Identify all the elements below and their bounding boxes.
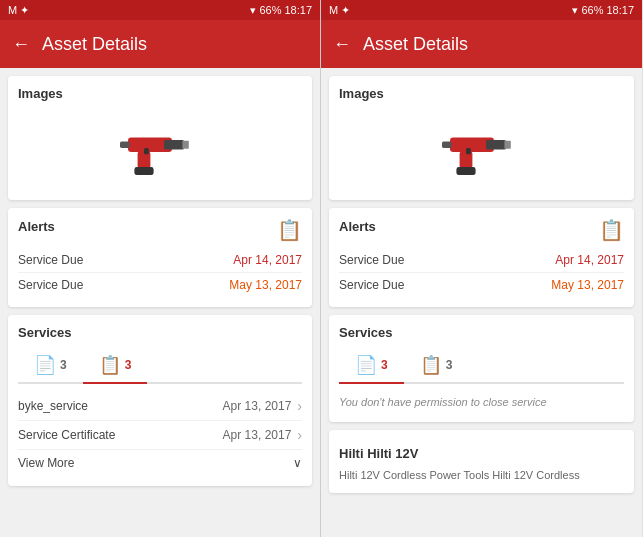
status-right-right: ▾ 66% 18:17 xyxy=(572,4,634,17)
alerts-card-right: Alerts 📋 Service Due Apr 14, 2017 Servic… xyxy=(329,208,634,307)
alert-row-2-left: Service Due May 13, 2017 xyxy=(18,273,302,297)
images-section-right xyxy=(339,109,624,190)
hilti-subtitle-right: Hilti 12V Cordless Power Tools Hilti 12V… xyxy=(339,467,624,483)
content-right: Images Alerts 📋 Service Due xyxy=(321,68,642,537)
tab-open-badge-right: 3 xyxy=(381,358,388,372)
status-left: M ✦ xyxy=(8,4,29,17)
battery-text: 66% xyxy=(259,4,281,16)
view-more-left[interactable]: View More ∨ xyxy=(18,450,302,476)
view-more-label-left: View More xyxy=(18,456,74,470)
svg-rect-6 xyxy=(120,142,130,148)
app-bar-right: ← Asset Details xyxy=(321,20,642,68)
status-bar-right: M ✦ ▾ 66% 18:17 xyxy=(321,0,642,20)
bluetooth-icon: ✦ xyxy=(20,4,29,17)
alerts-title-right: Alerts xyxy=(339,219,376,234)
alert-date-2-left: May 13, 2017 xyxy=(229,278,302,292)
svg-rect-8 xyxy=(486,140,506,150)
images-title-left: Images xyxy=(18,86,302,101)
tab-closed-badge-right: 3 xyxy=(446,358,453,372)
alert-row-1-left: Service Due Apr 14, 2017 xyxy=(18,248,302,273)
tab-closed-icon-right: 📋 xyxy=(420,354,442,376)
bluetooth-icon-right: ✦ xyxy=(341,4,350,17)
wifi-icon-right: ▾ xyxy=(572,4,578,17)
tab-closed-right[interactable]: 📋 3 xyxy=(404,348,469,382)
svg-rect-1 xyxy=(164,140,184,150)
wifi-icon: ▾ xyxy=(250,4,256,17)
services-card-left: Services 📄 3 📋 3 byke_service Apr 13, 20… xyxy=(8,315,312,486)
services-title-left: Services xyxy=(18,325,302,340)
alert-date-1-left: Apr 14, 2017 xyxy=(233,253,302,267)
service-date-1-left: Apr 13, 2017 xyxy=(223,399,292,413)
service-label-1-left: byke_service xyxy=(18,399,88,413)
svg-rect-11 xyxy=(456,167,475,175)
time-text: 18:17 xyxy=(284,4,312,16)
alert-label-1-right: Service Due xyxy=(339,253,404,267)
alerts-card-left: Alerts 📋 Service Due Apr 14, 2017 Servic… xyxy=(8,208,312,307)
tab-open-icon-right: 📄 xyxy=(355,354,377,376)
hilti-card-right: Hilti Hilti 12V Hilti 12V Cordless Power… xyxy=(329,430,634,493)
alert-row-2-right: Service Due May 13, 2017 xyxy=(339,273,624,297)
drill-image-left xyxy=(120,117,200,182)
services-card-right: Services 📄 3 📋 3 You don't have permissi… xyxy=(329,315,634,422)
alert-date-1-right: Apr 14, 2017 xyxy=(555,253,624,267)
service-row-1-left[interactable]: byke_service Apr 13, 2017 › xyxy=(18,392,302,421)
tab-open-badge-left: 3 xyxy=(60,358,67,372)
service-row-2-left[interactable]: Service Certificate Apr 13, 2017 › xyxy=(18,421,302,450)
back-button-left[interactable]: ← xyxy=(12,34,30,55)
svg-rect-5 xyxy=(144,148,149,154)
status-bar-left: M ✦ ▾ 66% 18:17 xyxy=(0,0,320,20)
alerts-icon-right: 📋 xyxy=(599,218,624,242)
images-card-right: Images xyxy=(329,76,634,200)
tab-open-left[interactable]: 📄 3 xyxy=(18,348,83,382)
left-panel: M ✦ ▾ 66% 18:17 ← Asset Details Images xyxy=(0,0,321,537)
status-left-right: M ✦ xyxy=(329,4,350,17)
drill-image-right xyxy=(442,117,522,182)
svg-rect-9 xyxy=(504,141,510,149)
images-section-left xyxy=(18,109,302,190)
svg-rect-10 xyxy=(459,151,472,169)
svg-rect-13 xyxy=(442,142,452,148)
app-bar-left: ← Asset Details xyxy=(0,20,320,68)
tab-closed-left[interactable]: 📋 3 xyxy=(83,348,148,382)
tab-closed-icon-left: 📋 xyxy=(99,354,121,376)
time-text-right: 18:17 xyxy=(606,4,634,16)
chevron-right-2-left: › xyxy=(297,427,302,443)
app-title-left: Asset Details xyxy=(42,34,147,55)
alert-label-2-right: Service Due xyxy=(339,278,404,292)
tab-closed-badge-left: 3 xyxy=(125,358,132,372)
tab-open-icon-left: 📄 xyxy=(34,354,56,376)
service-label-2-left: Service Certificate xyxy=(18,428,115,442)
services-tabs-right: 📄 3 📋 3 xyxy=(339,348,624,384)
back-button-right[interactable]: ← xyxy=(333,34,351,55)
chevron-right-1-left: › xyxy=(297,398,302,414)
carrier-icon: M xyxy=(8,4,17,16)
alert-date-2-right: May 13, 2017 xyxy=(551,278,624,292)
images-title-right: Images xyxy=(339,86,624,101)
svg-rect-2 xyxy=(182,141,188,149)
svg-rect-12 xyxy=(466,148,471,154)
services-tabs-left: 📄 3 📋 3 xyxy=(18,348,302,384)
alerts-title-left: Alerts xyxy=(18,219,55,234)
svg-rect-3 xyxy=(138,151,151,169)
tab-open-right[interactable]: 📄 3 xyxy=(339,348,404,382)
chevron-down-icon-left: ∨ xyxy=(293,456,302,470)
alert-row-1-right: Service Due Apr 14, 2017 xyxy=(339,248,624,273)
images-card-left: Images xyxy=(8,76,312,200)
app-title-right: Asset Details xyxy=(363,34,468,55)
hilti-title-right: Hilti Hilti 12V xyxy=(339,440,624,467)
alerts-icon-left: 📋 xyxy=(277,218,302,242)
services-title-right: Services xyxy=(339,325,624,340)
alert-label-1-left: Service Due xyxy=(18,253,83,267)
service-date-2-left: Apr 13, 2017 xyxy=(223,428,292,442)
alert-label-2-left: Service Due xyxy=(18,278,83,292)
permission-message-right: You don't have permission to close servi… xyxy=(339,392,624,412)
content-left: Images xyxy=(0,68,320,537)
carrier-icon-right: M xyxy=(329,4,338,16)
status-right: ▾ 66% 18:17 xyxy=(250,4,312,17)
right-panel: M ✦ ▾ 66% 18:17 ← Asset Details Images xyxy=(321,0,642,537)
svg-rect-4 xyxy=(134,167,153,175)
battery-text-right: 66% xyxy=(581,4,603,16)
